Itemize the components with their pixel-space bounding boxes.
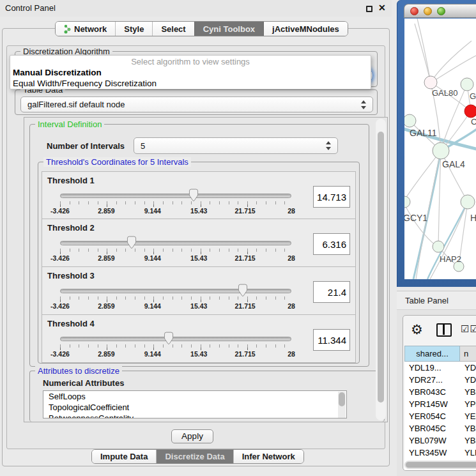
table-row[interactable]: YBR045CYBR0 xyxy=(404,422,476,434)
table-row[interactable]: YLR345WYLR3 xyxy=(404,447,476,459)
slider-minor-ticks xyxy=(60,344,294,348)
cyni-bottom-tab-strip: Impute Data Discretize Data Infer Networ… xyxy=(91,449,304,464)
slider-track[interactable] xyxy=(60,337,291,341)
dropdown-option-equal-width[interactable]: Equal Width/Frequency Discretization xyxy=(10,78,371,89)
dropdown-placeholder-option[interactable]: Select algorithm to view settings xyxy=(10,56,371,67)
gear-icon[interactable]: ⚙ xyxy=(411,321,423,339)
tab-jactivemnodules[interactable]: jActiveMNodules xyxy=(263,22,348,36)
group-title: Interval Definition xyxy=(35,119,104,129)
table-panel-title: Table Panel xyxy=(405,296,449,305)
list-item[interactable]: SelfLoops xyxy=(43,391,346,402)
threshold-slider[interactable]: -3.4262.8599.14415.4321.71528 xyxy=(60,267,291,315)
table-data-selected: galFiltered.sif default node xyxy=(27,100,125,109)
tab-select[interactable]: Select xyxy=(152,22,194,36)
slider-tick-labels: -3.4262.8599.14415.4321.71528 xyxy=(60,207,291,216)
threshold-slider[interactable]: -3.4262.8599.14415.4321.71528 xyxy=(60,172,291,220)
node-label: GAL4 xyxy=(442,159,465,169)
attributes-group: Attributes to discretize Numerical Attri… xyxy=(29,371,385,422)
slider-minor-ticks xyxy=(60,249,294,252)
network-node[interactable] xyxy=(433,241,444,252)
tab-label: Network xyxy=(74,24,107,34)
group-title: Threshold's Coordinates for 5 Intervals xyxy=(43,157,191,167)
column-checkboxes-icon[interactable]: ☑☑ xyxy=(461,323,476,335)
node-label: GAL11 xyxy=(410,128,437,138)
number-of-intervals-combobox[interactable]: 5 xyxy=(134,137,338,154)
slider-track[interactable] xyxy=(60,289,291,293)
tab-impute-data[interactable]: Impute Data xyxy=(92,450,156,463)
node-label: C xyxy=(471,117,476,127)
threshold-value-field[interactable] xyxy=(313,186,350,208)
numerical-attributes-list: SelfLoops TopologicalCoefficient Between… xyxy=(43,390,347,418)
slider-thumb[interactable] xyxy=(127,236,137,249)
table-panel-body: ⚙ ☑☑ shared... n YDL19...YDL1 YDR27...YD… xyxy=(403,315,476,471)
table-header-row: shared... n xyxy=(404,346,476,362)
scrollbar-thumb[interactable] xyxy=(339,392,345,406)
close-icon[interactable]: ✕ xyxy=(378,3,386,13)
number-of-intervals-value: 5 xyxy=(141,141,145,151)
control-panel-tab-strip: Network Style Select Cyni Toolbox jActiv… xyxy=(55,21,348,36)
apply-button[interactable]: Apply xyxy=(171,429,213,443)
table-data-combobox[interactable]: galFiltered.sif default node xyxy=(20,96,373,112)
split-columns-icon[interactable] xyxy=(436,323,452,337)
table-row[interactable]: YBR043CYBR0 xyxy=(404,386,476,398)
threshold-row: Threshold 4 -3.4262.8599.14415.4321.7152… xyxy=(42,315,356,363)
network-icon xyxy=(64,24,71,34)
list-item[interactable]: TopologicalCoefficient xyxy=(43,402,346,413)
list-item[interactable]: BetweennessCentrality xyxy=(43,413,346,418)
tab-network[interactable]: Network xyxy=(56,22,115,36)
tab-label: Select xyxy=(161,24,185,34)
threshold-value-field[interactable] xyxy=(313,329,350,351)
slider-tick-labels: -3.4262.8599.14415.4321.71528 xyxy=(60,350,291,359)
slider-thumb[interactable] xyxy=(164,332,174,345)
slider-tick-labels: -3.4262.8599.14415.4321.71528 xyxy=(60,302,291,311)
scrollbar-thumb[interactable] xyxy=(378,132,384,403)
dropdown-option-manual-discretization[interactable]: Manual Discretization xyxy=(10,67,371,78)
table-row[interactable]: YDR27...YDR2 xyxy=(404,374,476,386)
control-panel-titlebar: Control Panel ✕ xyxy=(0,0,392,17)
threshold-value-field[interactable] xyxy=(313,281,350,303)
network-view-window: GAL80 G C GAL11 GAL4 GCY1 H HAP2 xyxy=(397,0,476,287)
list-scrollbar[interactable] xyxy=(338,392,346,418)
float-window-icon[interactable] xyxy=(366,6,372,12)
table-row[interactable]: YDL19...YDL1 xyxy=(404,362,476,374)
window-titlebar[interactable] xyxy=(404,4,476,18)
table-row[interactable]: YBL079WYBL0 xyxy=(404,434,476,447)
network-node[interactable] xyxy=(404,114,416,127)
slider-thumb[interactable] xyxy=(188,188,198,202)
slider-track[interactable] xyxy=(60,241,291,245)
network-node-selected[interactable] xyxy=(464,105,476,118)
tab-discretize-data[interactable]: Discretize Data xyxy=(156,450,233,463)
network-node[interactable] xyxy=(461,78,473,91)
tab-infer-network[interactable]: Infer Network xyxy=(233,450,303,463)
threshold-slider[interactable]: -3.4262.8599.14415.4321.71528 xyxy=(60,315,291,363)
minimize-traffic-light[interactable] xyxy=(424,7,432,15)
threshold-value-field[interactable] xyxy=(313,233,350,255)
network-node[interactable] xyxy=(433,142,449,159)
slider-track[interactable] xyxy=(60,194,291,198)
table-row[interactable]: YPR145WYPR1 xyxy=(404,398,476,410)
column-header-name[interactable]: n xyxy=(460,346,476,362)
node-label: H xyxy=(470,213,476,223)
spinner-arrows-icon xyxy=(326,141,332,150)
network-canvas[interactable]: GAL80 G C GAL11 GAL4 GCY1 H HAP2 xyxy=(404,19,476,279)
close-traffic-light[interactable] xyxy=(410,7,418,15)
group-title: Attributes to discretize xyxy=(35,366,122,376)
cyni-toolbox-panel: Discretization Algorithm Select algorith… xyxy=(6,45,385,449)
tab-style[interactable]: Style xyxy=(115,22,152,36)
slider-thumb[interactable] xyxy=(238,284,247,297)
threshold-row: Threshold 1 -3.4262.8599.14415.4321.7152… xyxy=(42,171,356,219)
spinner-arrows-icon xyxy=(361,100,367,109)
settings-scrollbar[interactable] xyxy=(376,119,386,420)
threshold-slider[interactable]: -3.4262.8599.14415.4321.71528 xyxy=(60,219,291,267)
tab-cyni-toolbox[interactable]: Cyni Toolbox xyxy=(194,22,263,36)
node-label: GCY1 xyxy=(404,213,427,223)
table-row[interactable]: YER054CYER0 xyxy=(404,410,476,422)
scrollbar-thumb[interactable] xyxy=(406,462,476,468)
thresholds-group: Threshold's Coordinates for 5 Intervals … xyxy=(38,162,360,364)
zoom-traffic-light[interactable] xyxy=(437,7,445,15)
network-node[interactable] xyxy=(461,195,475,209)
network-node[interactable] xyxy=(404,196,410,208)
column-header-shared-name[interactable]: shared... xyxy=(404,346,460,362)
network-node[interactable] xyxy=(424,76,437,89)
table-horizontal-scrollbar[interactable] xyxy=(404,461,476,469)
